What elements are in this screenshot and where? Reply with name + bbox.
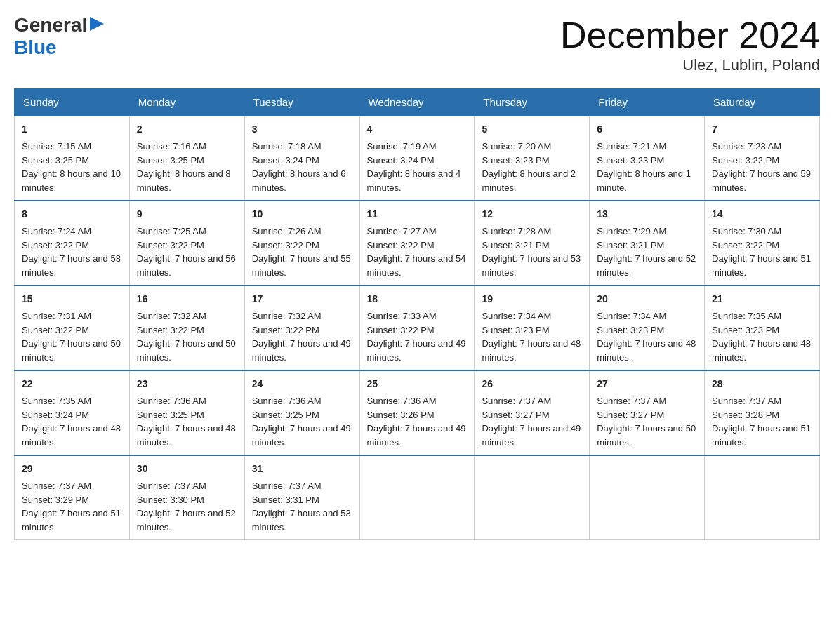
day-number: 16 [137,292,237,307]
header-wednesday: Wednesday [359,89,475,116]
table-row [359,455,475,540]
day-number: 25 [367,377,468,391]
day-number: 2 [137,122,237,137]
table-row [590,455,705,540]
header-thursday: Thursday [475,89,590,116]
day-number: 27 [597,377,697,391]
day-number: 15 [22,292,122,307]
day-number: 29 [22,462,122,476]
calendar-week-4: 22Sunrise: 7:35 AMSunset: 3:24 PMDayligh… [15,370,820,455]
table-row: 13Sunrise: 7:29 AMSunset: 3:21 PMDayligh… [590,201,705,286]
logo-blue-text: Blue [14,36,57,59]
calendar-week-3: 15Sunrise: 7:31 AMSunset: 3:22 PMDayligh… [15,286,820,370]
header-sunday: Sunday [15,89,130,116]
day-number: 21 [712,292,812,307]
table-row [475,455,590,540]
day-number: 1 [22,122,122,137]
calendar-week-2: 8Sunrise: 7:24 AMSunset: 3:22 PMDaylight… [15,201,820,286]
table-row: 21Sunrise: 7:35 AMSunset: 3:23 PMDayligh… [705,286,820,370]
table-row: 15Sunrise: 7:31 AMSunset: 3:22 PMDayligh… [15,286,130,370]
day-number: 23 [137,377,237,391]
table-row: 8Sunrise: 7:24 AMSunset: 3:22 PMDaylight… [15,201,130,286]
table-row [705,455,820,540]
table-row: 16Sunrise: 7:32 AMSunset: 3:22 PMDayligh… [129,286,244,370]
logo-general-text: General [14,14,87,36]
table-row: 3Sunrise: 7:18 AMSunset: 3:24 PMDaylight… [244,116,359,201]
day-number: 12 [482,207,582,222]
table-row: 6Sunrise: 7:21 AMSunset: 3:23 PMDaylight… [590,116,705,201]
page-header: General Blue December 2024 Ulez, Lublin,… [14,14,820,74]
day-number: 14 [712,207,812,222]
header-monday: Monday [129,89,244,116]
table-row: 24Sunrise: 7:36 AMSunset: 3:25 PMDayligh… [244,370,359,455]
day-number: 31 [252,462,352,476]
table-row: 18Sunrise: 7:33 AMSunset: 3:22 PMDayligh… [359,286,475,370]
table-row: 22Sunrise: 7:35 AMSunset: 3:24 PMDayligh… [15,370,130,455]
table-row: 4Sunrise: 7:19 AMSunset: 3:24 PMDaylight… [359,116,475,201]
day-number: 18 [367,292,468,307]
day-number: 8 [22,207,122,222]
day-number: 10 [252,207,352,222]
table-row: 11Sunrise: 7:27 AMSunset: 3:22 PMDayligh… [359,201,475,286]
table-row: 20Sunrise: 7:34 AMSunset: 3:23 PMDayligh… [590,286,705,370]
logo-arrow-icon [90,17,104,31]
table-row: 7Sunrise: 7:23 AMSunset: 3:22 PMDaylight… [705,116,820,201]
table-row: 31Sunrise: 7:37 AMSunset: 3:31 PMDayligh… [244,455,359,540]
table-row: 1Sunrise: 7:15 AMSunset: 3:25 PMDaylight… [15,116,130,201]
calendar-week-5: 29Sunrise: 7:37 AMSunset: 3:29 PMDayligh… [15,455,820,540]
page-title: December 2024 [560,14,820,56]
table-row: 30Sunrise: 7:37 AMSunset: 3:30 PMDayligh… [129,455,244,540]
day-number: 7 [712,122,812,137]
day-number: 17 [252,292,352,307]
table-row: 25Sunrise: 7:36 AMSunset: 3:26 PMDayligh… [359,370,475,455]
day-number: 9 [137,207,237,222]
calendar-week-1: 1Sunrise: 7:15 AMSunset: 3:25 PMDaylight… [15,116,820,201]
calendar-table: SundayMondayTuesdayWednesdayThursdayFrid… [14,88,820,540]
table-row: 5Sunrise: 7:20 AMSunset: 3:23 PMDaylight… [475,116,590,201]
table-row: 28Sunrise: 7:37 AMSunset: 3:28 PMDayligh… [705,370,820,455]
day-number: 19 [482,292,582,307]
title-block: December 2024 Ulez, Lublin, Poland [560,14,820,74]
day-number: 5 [482,122,582,137]
day-number: 6 [597,122,697,137]
table-row: 29Sunrise: 7:37 AMSunset: 3:29 PMDayligh… [15,455,130,540]
day-number: 24 [252,377,352,391]
day-number: 11 [367,207,468,222]
header-tuesday: Tuesday [244,89,359,116]
table-row: 27Sunrise: 7:37 AMSunset: 3:27 PMDayligh… [590,370,705,455]
day-number: 22 [22,377,122,391]
table-row: 12Sunrise: 7:28 AMSunset: 3:21 PMDayligh… [475,201,590,286]
day-number: 28 [712,377,812,391]
table-row: 26Sunrise: 7:37 AMSunset: 3:27 PMDayligh… [475,370,590,455]
day-number: 30 [137,462,237,476]
table-row: 17Sunrise: 7:32 AMSunset: 3:22 PMDayligh… [244,286,359,370]
day-number: 3 [252,122,352,137]
table-row: 23Sunrise: 7:36 AMSunset: 3:25 PMDayligh… [129,370,244,455]
table-row: 10Sunrise: 7:26 AMSunset: 3:22 PMDayligh… [244,201,359,286]
day-number: 13 [597,207,697,222]
page-subtitle: Ulez, Lublin, Poland [560,56,820,74]
day-number: 4 [367,122,468,137]
table-row: 19Sunrise: 7:34 AMSunset: 3:23 PMDayligh… [475,286,590,370]
table-row: 2Sunrise: 7:16 AMSunset: 3:25 PMDaylight… [129,116,244,201]
svg-marker-0 [90,17,104,31]
day-number: 26 [482,377,582,391]
table-row: 9Sunrise: 7:25 AMSunset: 3:22 PMDaylight… [129,201,244,286]
header-friday: Friday [590,89,705,116]
day-number: 20 [597,292,697,307]
calendar-header-row: SundayMondayTuesdayWednesdayThursdayFrid… [15,89,820,116]
table-row: 14Sunrise: 7:30 AMSunset: 3:22 PMDayligh… [705,201,820,286]
header-saturday: Saturday [705,89,820,116]
logo: General Blue [14,14,104,59]
